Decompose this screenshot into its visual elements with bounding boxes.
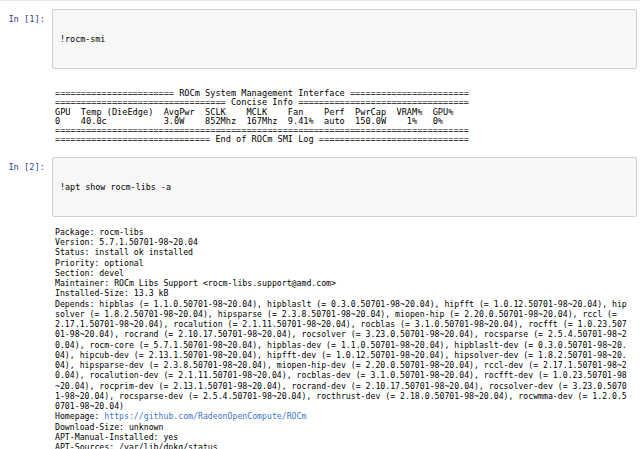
- code-line: !apt show rocm-libs -a: [60, 182, 629, 192]
- input-prompt-2: In [2]:: [0, 157, 52, 172]
- rocm-smi-output: ======================= ROCm System Mana…: [55, 89, 640, 145]
- homepage-link[interactable]: https://github.com/RadeonOpenCompute/ROC…: [104, 411, 306, 421]
- code-cell-1: In [1]: !rocm-smi: [0, 9, 640, 69]
- apt-show-output: Package: rocm-libs Version: 5.7.1.50701-…: [55, 227, 640, 449]
- apt-output-homepage-line: Homepage: https://github.com/RadeonOpenC…: [55, 411, 640, 421]
- code-editor-1[interactable]: !rocm-smi: [52, 9, 637, 69]
- homepage-label: Homepage:: [55, 411, 104, 421]
- code-cell-2: In [2]: !apt show rocm-libs -a: [0, 157, 640, 217]
- code-editor-2[interactable]: !apt show rocm-libs -a: [52, 157, 637, 217]
- code-line: !rocm-smi: [60, 34, 629, 44]
- apt-output-footer-info: Download-Size: unknown APT-Manual-Instal…: [55, 422, 640, 449]
- page-top-divider: [0, 0, 640, 1]
- input-prompt-1: In [1]:: [0, 9, 52, 24]
- apt-output-package-info: Package: rocm-libs Version: 5.7.1.50701-…: [55, 227, 640, 412]
